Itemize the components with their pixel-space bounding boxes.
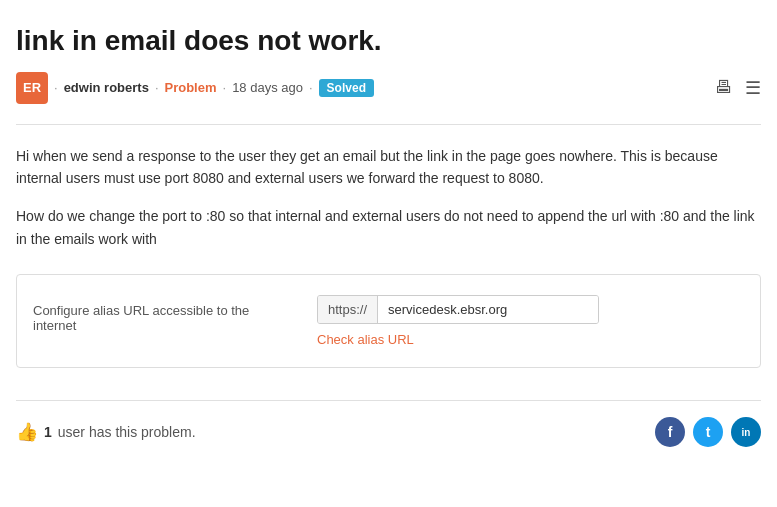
thumbs-text: user has this problem. [58,424,196,440]
page-title: link in email does not work. [16,24,761,58]
list-icon[interactable]: ☰ [745,77,761,99]
url-prefix: https:// [318,296,378,323]
thumbs-row: 👍 1 user has this problem. [16,421,196,443]
url-input-row: https:// [317,295,599,324]
check-alias-url-link[interactable]: Check alias URL [317,332,599,347]
url-input[interactable] [378,296,598,323]
social-icons: f t in [655,417,761,447]
twitter-share-button[interactable]: t [693,417,723,447]
avatar: ER [16,72,48,104]
print-icon[interactable]: 🖶 [715,77,733,98]
meta-row: ER · edwin roberts · Problem · 18 days a… [16,72,761,104]
divider [16,124,761,125]
config-input-area: https:// Check alias URL [317,295,599,347]
meta-icons: 🖶 ☰ [715,77,761,99]
thumbs-count: 1 [44,424,52,440]
config-label: Configure alias URL accessible to the in… [33,295,293,333]
timestamp: 18 days ago [232,80,303,95]
facebook-share-button[interactable]: f [655,417,685,447]
solved-badge: Solved [319,79,374,97]
problem-badge: Problem [165,80,217,95]
body-paragraph-2: How do we change the port to :80 so that… [16,205,761,250]
config-box: Configure alias URL accessible to the in… [16,274,761,368]
footer-row: 👍 1 user has this problem. f t in [16,400,761,447]
linkedin-share-button[interactable]: in [731,417,761,447]
body-paragraph-1: Hi when we send a response to the user t… [16,145,761,190]
author-name: edwin roberts [64,80,149,95]
thumbs-up-icon[interactable]: 👍 [16,421,38,443]
